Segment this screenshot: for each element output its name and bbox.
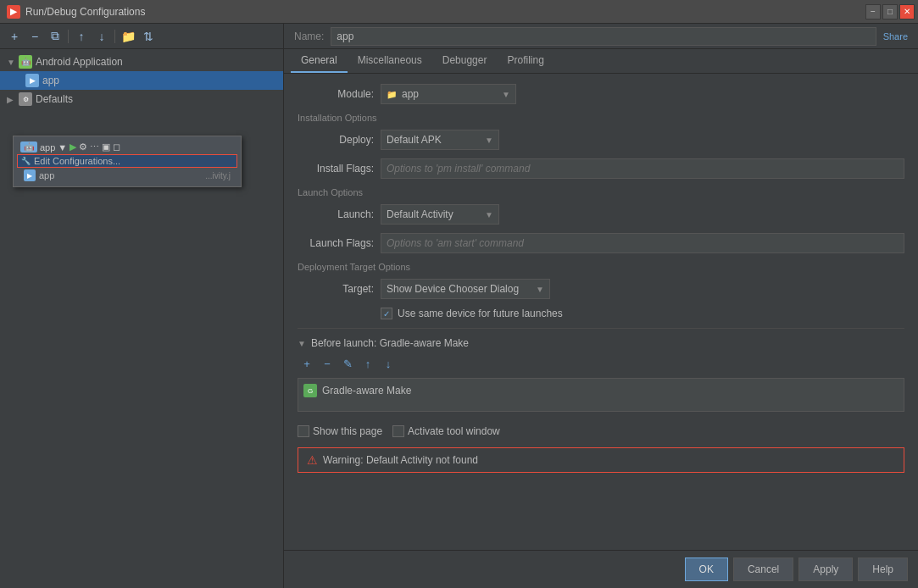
collapse-arrow[interactable]: ▼	[298, 339, 306, 348]
config-content: Module: 📁 app ▼ Installation Options Dep…	[284, 74, 918, 550]
launch-flags-label: Launch Flags:	[298, 237, 374, 249]
same-device-checkbox[interactable]: ✓	[381, 308, 392, 319]
launch-label: Launch:	[298, 208, 374, 220]
app-config-icon: ▶	[25, 74, 39, 87]
ok-button[interactable]: OK	[685, 557, 728, 581]
target-value: Show Device Chooser Dialog	[387, 283, 519, 295]
deploy-row: Deploy: Default APK ▼	[298, 130, 904, 150]
defaults-icon: ⚙	[19, 92, 32, 106]
defaults-label: Defaults	[36, 93, 73, 105]
edit-configurations-item[interactable]: 🔧 Edit Configurations...	[17, 154, 237, 168]
launch-remove-button[interactable]: −	[318, 354, 337, 373]
android-application-label: Android Application	[36, 56, 123, 68]
activate-tool-checkbox[interactable]	[392, 425, 404, 437]
maximize-button[interactable]: □	[882, 4, 898, 19]
gradle-make-item: G Gradle-aware Make	[303, 382, 899, 399]
toolbar-separator-2	[114, 30, 115, 43]
install-flags-row: Install Flags:	[298, 158, 904, 179]
folder-button[interactable]: 📁	[119, 27, 137, 46]
module-value: app	[402, 88, 419, 100]
tab-general[interactable]: General	[291, 49, 348, 73]
deployment-target-title: Deployment Target Options	[298, 262, 904, 272]
gradle-icon: G	[303, 384, 317, 397]
tab-miscellaneous[interactable]: Miscellaneous	[348, 49, 432, 73]
tab-debugger[interactable]: Debugger	[432, 49, 498, 73]
show-page-row: Show this page	[298, 425, 382, 437]
deploy-select[interactable]: Default APK ▼	[381, 130, 499, 150]
apply-button[interactable]: Apply	[798, 557, 853, 581]
sort-button[interactable]: ⇅	[139, 27, 158, 46]
close-button[interactable]: ✕	[899, 4, 915, 19]
launch-arrow: ▼	[485, 210, 493, 219]
launch-down-button[interactable]: ↓	[379, 354, 398, 373]
show-page-label: Show this page	[313, 425, 382, 437]
launch-select[interactable]: Default Activity ▼	[381, 204, 499, 225]
tab-profiling[interactable]: Profiling	[497, 49, 554, 73]
window-title: Run/Debug Configurations	[25, 6, 145, 18]
launch-flags-row: Launch Flags:	[298, 233, 904, 253]
launch-add-button[interactable]: +	[298, 354, 316, 373]
app-dropdown-item[interactable]: ▶ app ...ivity.j	[17, 168, 237, 183]
share-button[interactable]: Share	[883, 31, 908, 42]
tree-item-app[interactable]: ▶ app	[0, 71, 283, 90]
installation-options-title: Installation Options	[298, 113, 904, 123]
app-dropdown-label: app	[39, 170, 54, 180]
target-label: Target:	[298, 283, 374, 295]
target-arrow: ▼	[536, 285, 544, 294]
cancel-button[interactable]: Cancel	[733, 557, 793, 581]
add-config-button[interactable]: +	[5, 27, 24, 46]
activate-tool-label: Activate tool window	[408, 425, 500, 437]
minimize-button[interactable]: −	[865, 4, 881, 19]
name-input[interactable]	[331, 27, 876, 46]
copy-config-button[interactable]: ⧉	[46, 27, 64, 46]
same-device-row: ✓ Use same device for future launches	[298, 308, 904, 319]
right-panel: Name: Share General Miscellaneous Debugg…	[284, 24, 918, 588]
title-bar: ▶ Run/Debug Configurations − □ ✕	[0, 0, 918, 24]
tooltip-popup: 🤖 app ▼ ▶ ⚙ ⋯ ▣ ◻ 🔧 Edit Configurations.…	[13, 136, 242, 187]
show-page-checkbox[interactable]	[298, 425, 309, 437]
android-icon: 🤖	[19, 55, 32, 69]
remove-config-button[interactable]: −	[25, 27, 44, 46]
tree-arrow: ▼	[7, 58, 15, 67]
launch-edit-button[interactable]: ✎	[338, 354, 357, 373]
activate-tool-row: Activate tool window	[392, 425, 500, 437]
tooltip-header: 🤖 app ▼ ▶ ⚙ ⋯ ▣ ◻	[17, 140, 237, 154]
defaults-arrow: ▶	[7, 95, 15, 104]
config-tree: ▼ 🤖 Android Application ▶ app ▶ ⚙ Defaul…	[0, 49, 283, 588]
deploy-arrow: ▼	[485, 136, 493, 145]
install-flags-input[interactable]	[381, 158, 904, 179]
name-row: Name: Share	[284, 24, 918, 49]
tree-item-defaults[interactable]: ▶ ⚙ Defaults	[0, 90, 283, 108]
deploy-label: Deploy:	[298, 134, 374, 146]
move-up-button[interactable]: ↑	[72, 27, 91, 46]
tab-bar: General Miscellaneous Debugger Profiling	[284, 49, 918, 74]
same-device-label: Use same device for future launches	[398, 308, 563, 319]
gradle-item-label: Gradle-aware Make	[322, 385, 411, 397]
warning-box: ⚠ Warning: Default Activity not found	[298, 447, 904, 473]
toolbar-separator	[68, 30, 69, 43]
move-down-button[interactable]: ↓	[92, 27, 111, 46]
deploy-value: Default APK	[387, 134, 442, 146]
launch-up-button[interactable]: ↑	[359, 354, 377, 373]
left-panel: + − ⧉ ↑ ↓ 📁 ⇅ ▼ 🤖 Android Application ▶ …	[0, 24, 284, 588]
partial-path: ...ivity.j	[205, 171, 231, 180]
install-flags-label: Install Flags:	[298, 163, 374, 175]
app-icon: ▶	[7, 5, 20, 19]
help-button[interactable]: Help	[858, 557, 908, 581]
launch-toolbar: + − ✎ ↑ ↓	[298, 354, 904, 373]
edit-configurations-label: Edit Configurations...	[34, 156, 120, 166]
target-row: Target: Show Device Chooser Dialog ▼	[298, 279, 904, 299]
target-select[interactable]: Show Device Chooser Dialog ▼	[381, 279, 550, 299]
launch-value: Default Activity	[387, 208, 453, 220]
window-controls: − □ ✕	[865, 4, 915, 19]
module-select[interactable]: 📁 app ▼	[381, 84, 516, 104]
warning-text: Warning: Default Activity not found	[323, 454, 478, 466]
config-toolbar: + − ⧉ ↑ ↓ 📁 ⇅	[0, 24, 283, 49]
launch-options-title: Launch Options	[298, 187, 904, 197]
app-label: app	[42, 75, 59, 86]
tree-item-android-application[interactable]: ▼ 🤖 Android Application	[0, 53, 283, 71]
launch-flags-input[interactable]	[381, 233, 904, 253]
before-launch-header: ▼ Before launch: Gradle-aware Make	[298, 337, 904, 349]
warning-icon: ⚠	[307, 453, 318, 467]
bottom-options: Show this page Activate tool window	[298, 419, 904, 441]
